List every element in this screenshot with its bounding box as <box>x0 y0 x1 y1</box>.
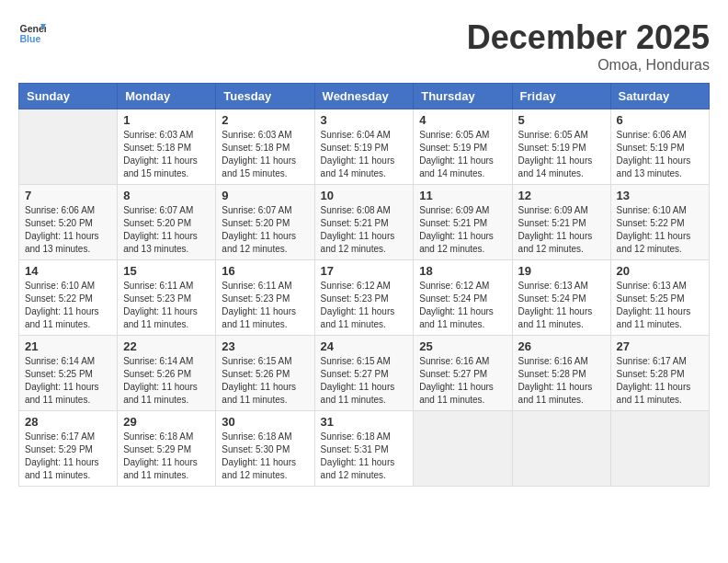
day-number: 11 <box>419 189 506 202</box>
day-number: 20 <box>617 264 703 278</box>
calendar-header-monday: Monday <box>118 84 216 109</box>
calendar-cell: 13Sunrise: 6:10 AM Sunset: 5:22 PM Dayli… <box>610 185 709 260</box>
calendar-cell: 21Sunrise: 6:14 AM Sunset: 5:25 PM Dayli… <box>19 336 118 411</box>
day-info: Sunrise: 6:04 AM Sunset: 5:19 PM Dayligh… <box>321 129 408 180</box>
calendar-cell: 15Sunrise: 6:11 AM Sunset: 5:23 PM Dayli… <box>118 260 216 336</box>
day-info: Sunrise: 6:11 AM Sunset: 5:23 PM Dayligh… <box>123 280 210 331</box>
day-info: Sunrise: 6:05 AM Sunset: 5:19 PM Dayligh… <box>518 129 605 180</box>
day-info: Sunrise: 6:12 AM Sunset: 5:24 PM Dayligh… <box>419 280 506 331</box>
day-info: Sunrise: 6:18 AM Sunset: 5:29 PM Dayligh… <box>123 431 210 482</box>
day-number: 27 <box>617 339 703 353</box>
day-number: 29 <box>123 415 210 429</box>
calendar-cell: 11Sunrise: 6:09 AM Sunset: 5:21 PM Dayli… <box>414 185 512 260</box>
calendar-week-row: 7Sunrise: 6:06 AM Sunset: 5:20 PM Daylig… <box>19 185 710 260</box>
day-number: 6 <box>617 113 703 127</box>
day-info: Sunrise: 6:08 AM Sunset: 5:21 PM Dayligh… <box>321 204 408 256</box>
calendar-header-sunday: Sunday <box>19 84 118 109</box>
calendar-cell: 14Sunrise: 6:10 AM Sunset: 5:22 PM Dayli… <box>19 260 118 336</box>
month-title: December 2025 <box>467 18 710 57</box>
calendar-week-row: 1Sunrise: 6:03 AM Sunset: 5:18 PM Daylig… <box>19 109 710 185</box>
calendar-cell <box>414 411 512 487</box>
calendar-header-wednesday: Wednesday <box>314 84 414 109</box>
day-number: 25 <box>419 339 506 353</box>
calendar-cell: 8Sunrise: 6:07 AM Sunset: 5:20 PM Daylig… <box>118 185 216 260</box>
calendar-cell: 16Sunrise: 6:11 AM Sunset: 5:23 PM Dayli… <box>216 260 314 336</box>
calendar-table: SundayMondayTuesdayWednesdayThursdayFrid… <box>18 83 710 487</box>
calendar-cell: 12Sunrise: 6:09 AM Sunset: 5:21 PM Dayli… <box>512 185 610 260</box>
day-info: Sunrise: 6:14 AM Sunset: 5:25 PM Dayligh… <box>25 355 111 407</box>
day-info: Sunrise: 6:07 AM Sunset: 5:20 PM Dayligh… <box>222 204 308 256</box>
day-number: 28 <box>25 415 111 429</box>
day-info: Sunrise: 6:11 AM Sunset: 5:23 PM Dayligh… <box>222 280 308 331</box>
day-number: 10 <box>321 189 408 202</box>
day-number: 22 <box>123 339 210 353</box>
day-info: Sunrise: 6:17 AM Sunset: 5:29 PM Dayligh… <box>25 431 111 482</box>
day-info: Sunrise: 6:09 AM Sunset: 5:21 PM Dayligh… <box>518 204 605 256</box>
calendar-week-row: 14Sunrise: 6:10 AM Sunset: 5:22 PM Dayli… <box>19 260 710 336</box>
calendar-cell <box>19 109 118 185</box>
calendar-cell: 30Sunrise: 6:18 AM Sunset: 5:30 PM Dayli… <box>216 411 314 487</box>
calendar-cell: 23Sunrise: 6:15 AM Sunset: 5:26 PM Dayli… <box>216 336 314 411</box>
day-number: 14 <box>25 264 111 278</box>
day-number: 24 <box>321 339 408 353</box>
calendar-header-saturday: Saturday <box>610 84 709 109</box>
day-number: 1 <box>123 113 210 127</box>
calendar-week-row: 21Sunrise: 6:14 AM Sunset: 5:25 PM Dayli… <box>19 336 710 411</box>
day-number: 26 <box>518 339 605 353</box>
calendar-cell: 26Sunrise: 6:16 AM Sunset: 5:28 PM Dayli… <box>512 336 610 411</box>
day-number: 16 <box>222 264 308 278</box>
day-info: Sunrise: 6:16 AM Sunset: 5:28 PM Dayligh… <box>518 355 605 407</box>
day-info: Sunrise: 6:15 AM Sunset: 5:27 PM Dayligh… <box>321 355 408 407</box>
day-number: 23 <box>222 339 308 353</box>
calendar-cell <box>610 411 709 487</box>
day-number: 3 <box>321 113 408 127</box>
day-number: 4 <box>419 113 506 127</box>
day-number: 18 <box>419 264 506 278</box>
day-number: 12 <box>518 189 605 202</box>
day-number: 15 <box>123 264 210 278</box>
calendar-cell: 2Sunrise: 6:03 AM Sunset: 5:18 PM Daylig… <box>216 109 314 185</box>
calendar-cell: 17Sunrise: 6:12 AM Sunset: 5:23 PM Dayli… <box>314 260 414 336</box>
calendar-week-row: 28Sunrise: 6:17 AM Sunset: 5:29 PM Dayli… <box>19 411 710 487</box>
calendar-cell: 29Sunrise: 6:18 AM Sunset: 5:29 PM Dayli… <box>118 411 216 487</box>
day-number: 2 <box>222 113 308 127</box>
calendar-cell: 10Sunrise: 6:08 AM Sunset: 5:21 PM Dayli… <box>314 185 414 260</box>
day-info: Sunrise: 6:14 AM Sunset: 5:26 PM Dayligh… <box>123 355 210 407</box>
calendar-cell: 4Sunrise: 6:05 AM Sunset: 5:19 PM Daylig… <box>414 109 512 185</box>
calendar-header-friday: Friday <box>512 84 610 109</box>
page-header: General Blue December 2025 Omoa, Hondura… <box>18 18 710 74</box>
day-number: 7 <box>25 189 111 202</box>
day-info: Sunrise: 6:13 AM Sunset: 5:24 PM Dayligh… <box>518 280 605 331</box>
day-info: Sunrise: 6:13 AM Sunset: 5:25 PM Dayligh… <box>617 280 703 331</box>
day-info: Sunrise: 6:06 AM Sunset: 5:20 PM Dayligh… <box>25 204 111 256</box>
day-number: 30 <box>222 415 308 429</box>
calendar-cell: 27Sunrise: 6:17 AM Sunset: 5:28 PM Dayli… <box>610 336 709 411</box>
calendar-cell: 22Sunrise: 6:14 AM Sunset: 5:26 PM Dayli… <box>118 336 216 411</box>
day-info: Sunrise: 6:10 AM Sunset: 5:22 PM Dayligh… <box>25 280 111 331</box>
calendar-cell: 7Sunrise: 6:06 AM Sunset: 5:20 PM Daylig… <box>19 185 118 260</box>
day-number: 13 <box>617 189 703 202</box>
calendar-cell: 1Sunrise: 6:03 AM Sunset: 5:18 PM Daylig… <box>118 109 216 185</box>
calendar-cell: 9Sunrise: 6:07 AM Sunset: 5:20 PM Daylig… <box>216 185 314 260</box>
day-info: Sunrise: 6:05 AM Sunset: 5:19 PM Dayligh… <box>419 129 506 180</box>
day-info: Sunrise: 6:03 AM Sunset: 5:18 PM Dayligh… <box>123 129 210 180</box>
day-number: 17 <box>321 264 408 278</box>
day-info: Sunrise: 6:18 AM Sunset: 5:30 PM Dayligh… <box>222 431 308 482</box>
location-title: Omoa, Honduras <box>467 57 710 74</box>
day-number: 31 <box>321 415 408 429</box>
day-info: Sunrise: 6:17 AM Sunset: 5:28 PM Dayligh… <box>617 355 703 407</box>
calendar-cell: 31Sunrise: 6:18 AM Sunset: 5:31 PM Dayli… <box>314 411 414 487</box>
calendar-cell: 6Sunrise: 6:06 AM Sunset: 5:19 PM Daylig… <box>610 109 709 185</box>
day-info: Sunrise: 6:07 AM Sunset: 5:20 PM Dayligh… <box>123 204 210 256</box>
calendar-header-thursday: Thursday <box>414 84 512 109</box>
day-info: Sunrise: 6:03 AM Sunset: 5:18 PM Dayligh… <box>222 129 308 180</box>
title-section: December 2025 Omoa, Honduras <box>467 18 710 74</box>
calendar-cell: 20Sunrise: 6:13 AM Sunset: 5:25 PM Dayli… <box>610 260 709 336</box>
day-info: Sunrise: 6:16 AM Sunset: 5:27 PM Dayligh… <box>419 355 506 407</box>
calendar-cell: 18Sunrise: 6:12 AM Sunset: 5:24 PM Dayli… <box>414 260 512 336</box>
calendar-cell: 3Sunrise: 6:04 AM Sunset: 5:19 PM Daylig… <box>314 109 414 185</box>
calendar-cell: 25Sunrise: 6:16 AM Sunset: 5:27 PM Dayli… <box>414 336 512 411</box>
day-info: Sunrise: 6:09 AM Sunset: 5:21 PM Dayligh… <box>419 204 506 256</box>
calendar-header-row: SundayMondayTuesdayWednesdayThursdayFrid… <box>19 84 710 109</box>
day-info: Sunrise: 6:18 AM Sunset: 5:31 PM Dayligh… <box>321 431 408 482</box>
